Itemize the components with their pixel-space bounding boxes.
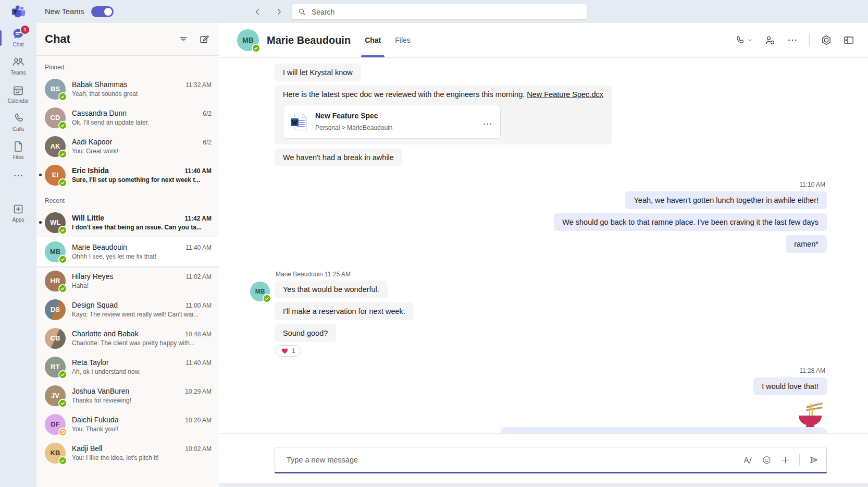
popout-button[interactable] xyxy=(821,34,832,46)
tab-files[interactable]: Files xyxy=(395,23,411,57)
chat-row-aadi-kapoor[interactable]: AKAadi Kapoor6/2You: Great work! xyxy=(36,132,219,161)
top-bar: T New Teams xyxy=(0,0,868,23)
forward-icon[interactable] xyxy=(275,7,283,16)
chat-name: Babak Shammas xyxy=(72,80,181,89)
reaction-count: 1 xyxy=(292,347,295,355)
avatar-initials: RT xyxy=(51,363,59,371)
new-teams-toggle[interactable] xyxy=(91,6,114,17)
avatar-initials: CB xyxy=(51,334,60,342)
message-bubble[interactable]: I will let Krystal know xyxy=(275,64,361,81)
chat-row-cassandra-dunn[interactable]: CDCassandra Dunn6/2Ok. I'll send an upda… xyxy=(36,103,219,132)
chat-row-will-little[interactable]: WLWill Little11:42 AMI don't see that be… xyxy=(36,208,219,237)
more-options-button[interactable] xyxy=(787,34,798,46)
chat-row-eric-ishida[interactable]: EIEric Ishida11:40 AMSure, I'll set up s… xyxy=(36,161,219,189)
compose-box[interactable] xyxy=(275,447,827,473)
message-input[interactable] xyxy=(286,455,742,465)
avatar-initials: MB xyxy=(242,36,254,44)
avatar-initials: MB xyxy=(255,288,265,295)
message-bubble[interactable]: ramen* xyxy=(786,235,827,253)
file-card[interactable]: WNew Feature SpecPersonal > MarieBeaudou… xyxy=(283,105,501,139)
chat-row-text: Charlotte and Babak10:48 AMCharlotte: Th… xyxy=(72,330,212,347)
presence-available-icon xyxy=(252,44,261,53)
file-name: New Feature Spec xyxy=(315,111,483,121)
emoji-button[interactable] xyxy=(762,455,772,465)
ramen-emoji[interactable] xyxy=(796,401,825,431)
message-bubble[interactable]: Yeah, we haven't gotten lunch together i… xyxy=(625,191,827,209)
new-teams-label: New Teams xyxy=(45,7,84,16)
chat-row-daichi-fukuda[interactable]: DFDaichi Fukuda10:20 AMYou: Thank you!! xyxy=(36,410,219,439)
chat-row-babak-shammas[interactable]: BSBabak Shammas11:32 AMYeah, that sounds… xyxy=(36,75,219,103)
message-text: Yeah, we haven't gotten lunch together i… xyxy=(634,196,819,204)
chat-row-hilary-reyes[interactable]: HRHilary Reyes11:02 AMHaha! xyxy=(36,266,219,295)
chat-row-kadji-bell[interactable]: KBKadji Bell10:02 AMYou: I like the idea… xyxy=(36,439,219,467)
toggle-knob xyxy=(104,8,112,16)
search-bar[interactable] xyxy=(292,4,587,20)
own-message-group: 11:10 AMYeah, we haven't gotten lunch to… xyxy=(250,181,827,257)
conversation-name[interactable]: Marie Beaudouin xyxy=(267,34,351,46)
rail-item-apps[interactable]: Apps xyxy=(0,198,36,226)
bottom-strip xyxy=(219,483,868,487)
message-list: I will let Krystal knowHere is the lates… xyxy=(219,57,868,434)
message-text: ramen* xyxy=(794,240,819,248)
chat-row-charlotte-and-babak[interactable]: CBCharlotte and Babak10:48 AMCharlotte: … xyxy=(36,324,219,352)
chat-preview: Kayo: The review went really well! Can't… xyxy=(72,311,199,318)
avatar-initials: AK xyxy=(51,142,60,150)
chat-name: Eric Ishida xyxy=(72,166,180,175)
file-link[interactable]: New Feature Spec.dcx xyxy=(527,90,603,99)
rail-item-files[interactable]: Files xyxy=(0,136,36,164)
rail-item-label: Calendar xyxy=(8,98,29,104)
attach-button[interactable] xyxy=(780,455,790,465)
search-input[interactable] xyxy=(311,7,581,17)
chat-name: Hilary Reyes xyxy=(72,272,181,281)
avatar-initials: MB xyxy=(50,248,60,255)
format-button[interactable] xyxy=(742,455,753,465)
rail-more-button[interactable] xyxy=(13,164,24,191)
remote-message-group: Marie Beaudouin 11:25 AMMBYes that would… xyxy=(250,271,827,361)
chat-time: 11:40 AM xyxy=(185,359,212,367)
message-bubble[interactable]: We should go back to that ramne place. I… xyxy=(554,213,827,231)
message-bubble[interactable]: I'll make a reservation for next week. xyxy=(275,302,414,320)
message-bubble[interactable]: Sound good? xyxy=(275,324,336,342)
message-bubble[interactable]: Here is the latest spec doc we reviewed … xyxy=(275,86,612,144)
avatar: MB xyxy=(237,29,259,51)
chat-row-joshua-vanburen[interactable]: JVJoshua VanBuren10:29 AMThanks for revi… xyxy=(36,381,219,410)
chat-name: Aadi Kapoor xyxy=(72,138,199,146)
rail-item-teams[interactable]: Teams xyxy=(0,51,36,79)
search-icon xyxy=(297,7,306,16)
tab-chat[interactable]: Chat xyxy=(365,23,381,57)
popout-icon xyxy=(821,34,832,46)
chat-row-design-squad[interactable]: DSDesign Squad11:00 AMKayo: The review w… xyxy=(36,295,219,324)
message-bubble[interactable]: We haven't had a break in awhile xyxy=(275,149,402,166)
call-icon xyxy=(734,35,745,46)
conversation-header: MB Marie Beaudouin ChatFiles xyxy=(219,23,868,58)
add-people-button[interactable] xyxy=(764,34,776,46)
chat-row-reta-taylor[interactable]: RTReta Taylor11:40 AMAh, ok I understand… xyxy=(36,352,219,381)
filter-icon[interactable] xyxy=(178,34,189,44)
message-bubble[interactable]: Yes that would be wonderful. xyxy=(275,281,388,298)
avatar-initials: DF xyxy=(51,420,59,428)
rail-item-chat[interactable]: 1Chat xyxy=(0,23,36,51)
rail-item-calendar[interactable]: Calendar xyxy=(0,79,36,107)
chevron-down-icon xyxy=(747,37,753,43)
back-icon[interactable] xyxy=(253,7,262,16)
chat-row-text: Babak Shammas11:32 AMYeah, that sounds g… xyxy=(72,80,212,98)
file-more-button[interactable]: ... xyxy=(483,117,493,127)
open-panel-button[interactable] xyxy=(843,34,854,46)
message-text: We should go back to that ramne place. I… xyxy=(562,218,819,226)
chat-preview: Thanks for reviewing! xyxy=(72,397,131,404)
svg-text:T: T xyxy=(14,9,17,15)
avatar: CD xyxy=(45,107,66,128)
message-bubble[interactable]: I would love that! xyxy=(753,378,827,395)
reaction-pill[interactable]: 1 xyxy=(276,345,301,357)
avatar-initials: JV xyxy=(51,392,59,399)
send-button[interactable] xyxy=(809,455,819,465)
presence-available-icon xyxy=(58,255,67,264)
chat-row-marie-beaudouin[interactable]: MBMarie Beaudouin11:40 AMOhhh I see, yes… xyxy=(36,237,219,266)
message-timestamp: 11:28 AM xyxy=(799,367,825,374)
rail-item-calls[interactable]: Calls xyxy=(0,107,36,136)
new-chat-icon[interactable] xyxy=(199,34,209,44)
app-rail: 1ChatTeamsCalendarCallsFilesApps xyxy=(0,23,36,487)
files-icon xyxy=(12,140,24,153)
call-button[interactable] xyxy=(734,35,753,46)
presence-available-icon xyxy=(58,150,67,159)
